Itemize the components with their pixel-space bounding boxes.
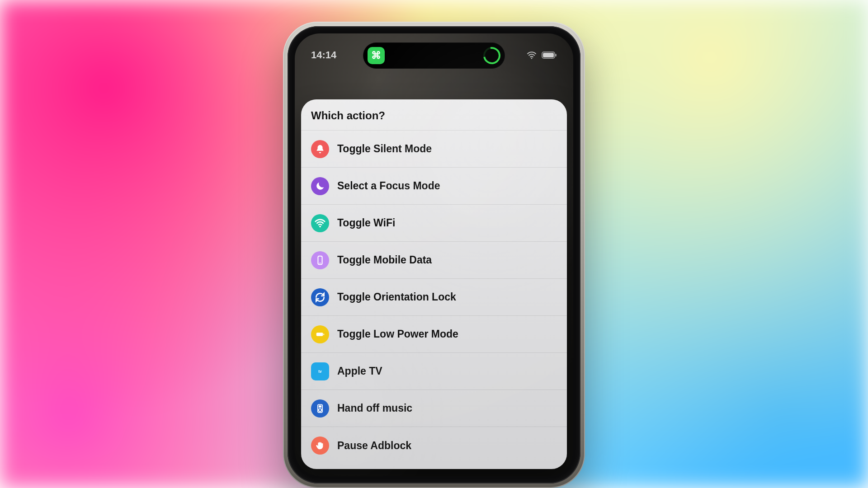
- battery-icon: [542, 52, 557, 59]
- hand-icon: [311, 436, 329, 455]
- action-label: Toggle WiFi: [337, 217, 395, 229]
- action-label: Select a Focus Mode: [337, 180, 440, 192]
- phone-icon: [311, 251, 329, 269]
- wifi-icon: [311, 214, 329, 232]
- appletv-icon: [311, 362, 329, 380]
- island-activity-ring-icon: [480, 44, 504, 68]
- bezel: 14:14: [288, 26, 580, 483]
- action-label: Toggle Mobile Data: [337, 254, 432, 266]
- action-list: Toggle Silent ModeSelect a Focus ModeTog…: [301, 131, 567, 464]
- svg-rect-2: [555, 54, 557, 56]
- action-label: Toggle Orientation Lock: [337, 291, 456, 303]
- action-toggle-mobile-data[interactable]: Toggle Mobile Data: [301, 242, 567, 279]
- action-toggle-orientation[interactable]: Toggle Orientation Lock: [301, 279, 567, 316]
- action-handoff-music[interactable]: Hand off music: [301, 390, 567, 427]
- status-time: 14:14: [311, 49, 336, 61]
- moon-icon: [311, 177, 329, 195]
- sheet-title: Which action?: [301, 99, 567, 131]
- wifi-icon: [526, 50, 537, 61]
- action-label: Apple TV: [337, 365, 382, 377]
- status-indicators: [526, 50, 557, 61]
- sync-icon: [311, 288, 329, 306]
- ipod-icon: [311, 399, 329, 418]
- svg-point-0: [531, 58, 533, 59]
- action-label: Pause Adblock: [337, 440, 411, 452]
- action-label: Hand off music: [337, 402, 412, 414]
- action-label: Toggle Silent Mode: [337, 143, 432, 155]
- action-select-focus[interactable]: Select a Focus Mode: [301, 168, 567, 205]
- screen: 14:14: [295, 33, 573, 476]
- dynamic-island[interactable]: ⌘: [363, 42, 505, 69]
- action-pause-adblock[interactable]: Pause Adblock: [301, 427, 567, 464]
- action-label: Toggle Low Power Mode: [337, 328, 458, 340]
- action-toggle-wifi[interactable]: Toggle WiFi: [301, 205, 567, 242]
- island-app-icon: ⌘: [368, 47, 385, 64]
- iphone-frame: 14:14: [283, 22, 585, 488]
- action-apple-tv[interactable]: Apple TV: [301, 353, 567, 390]
- battery-icon: [311, 325, 329, 343]
- bell-icon: [311, 140, 329, 158]
- svg-rect-3: [543, 53, 554, 57]
- action-sheet: Which action? Toggle Silent ModeSelect a…: [301, 99, 567, 469]
- action-toggle-silent[interactable]: Toggle Silent Mode: [301, 131, 567, 168]
- action-toggle-low-power[interactable]: Toggle Low Power Mode: [301, 316, 567, 353]
